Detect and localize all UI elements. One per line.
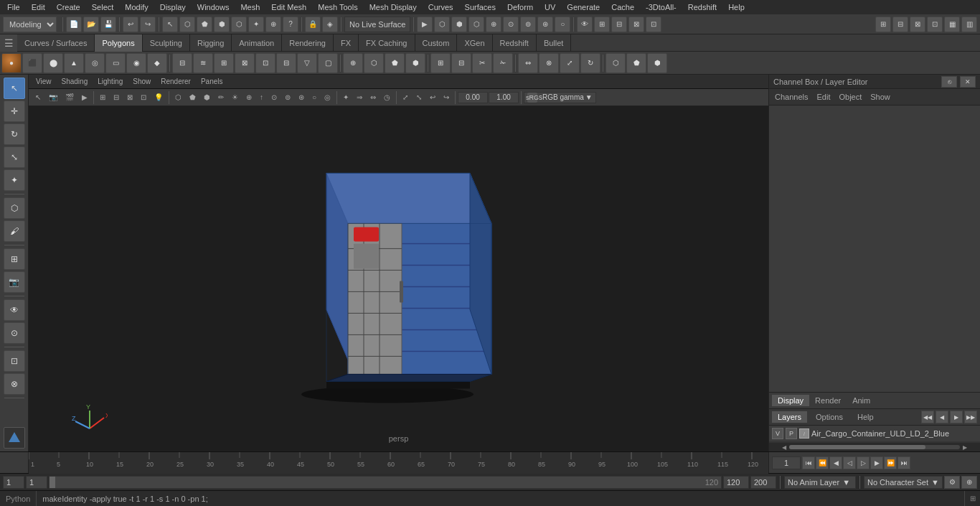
vt-wireframe-btn[interactable]: ⊟: [110, 92, 123, 103]
shelf-collapse[interactable]: ⊗: [539, 53, 559, 73]
shelf-combine[interactable]: ⊞: [214, 53, 234, 73]
menu-generate[interactable]: Generate: [562, 1, 604, 13]
view-menu[interactable]: View: [32, 76, 56, 87]
paint-weights[interactable]: 🖌: [4, 220, 25, 242]
char-set-more-btn[interactable]: ⊕: [961, 476, 977, 489]
scale-tool[interactable]: ⤡: [4, 146, 25, 168]
menu-curves[interactable]: Curves: [424, 1, 458, 13]
shelf-smooth[interactable]: ≋: [193, 53, 213, 73]
tab-animation[interactable]: Animation: [232, 34, 282, 52]
snap-toggle[interactable]: ⊞: [4, 248, 25, 270]
render7-button[interactable]: ⊚: [520, 17, 536, 32]
menu-mesh[interactable]: Mesh: [236, 1, 264, 13]
vt-loop[interactable]: ◎: [321, 92, 334, 103]
layout-btn6[interactable]: ▥: [961, 17, 977, 32]
shelf-slide[interactable]: ⇔: [518, 53, 538, 73]
render4-button[interactable]: ⬡: [468, 17, 484, 32]
vt-anno[interactable]: ◷: [380, 92, 394, 103]
shelf-multicut[interactable]: ✁: [493, 53, 513, 73]
menu-redshift[interactable]: Redshift: [684, 1, 721, 13]
vt-step[interactable]: ⇒: [353, 92, 366, 103]
render1-button[interactable]: ▶: [417, 17, 433, 32]
translate-x-input[interactable]: [458, 92, 488, 103]
layer-item-row[interactable]: V P / Air_Cargo_Container_ULD_LD_2_Blue: [769, 426, 980, 441]
vt-sym[interactable]: ⊛: [295, 92, 308, 103]
tab-rigging[interactable]: Rigging: [190, 34, 232, 52]
render-cam-button[interactable]: 👁: [577, 17, 593, 32]
step-forward-btn[interactable]: ⏩: [884, 456, 897, 469]
shelf-cone[interactable]: ▲: [64, 53, 84, 73]
menu-3dtoll[interactable]: -3DtoAll-: [641, 1, 681, 13]
vt-film-btn[interactable]: 🎬: [62, 92, 77, 103]
playback-end-field[interactable]: 200: [750, 476, 776, 489]
menu-modify[interactable]: Modify: [121, 1, 152, 13]
vt-xray[interactable]: ☀: [228, 92, 242, 103]
vt-render-btn[interactable]: ▶: [78, 92, 91, 103]
vt-sel-mode[interactable]: ○: [308, 92, 320, 103]
move-tool[interactable]: ✛: [4, 100, 25, 122]
edit-tab[interactable]: Edit: [814, 91, 833, 103]
shelf-cylinder[interactable]: ⬤: [43, 53, 63, 73]
vt-motion[interactable]: ↩: [426, 92, 439, 103]
isolate-select[interactable]: ⊙: [4, 322, 25, 344]
scroll-track[interactable]: [789, 445, 960, 449]
frame-current-field[interactable]: 1: [26, 476, 47, 489]
shelf-edge-loop[interactable]: ⊞: [430, 53, 451, 73]
renderer-menu[interactable]: Renderer: [156, 76, 195, 87]
menu-help[interactable]: Help: [724, 1, 749, 13]
python-command[interactable]: makeIdentity -apply true -t 1 -r 1 -s 1 …: [37, 495, 964, 503]
vt-light-btn[interactable]: 💡: [151, 92, 166, 103]
tab-redshift[interactable]: Redshift: [493, 34, 537, 52]
tab-menu-button[interactable]: ☰: [0, 34, 17, 52]
tool6-button[interactable]: ⊕: [265, 17, 281, 32]
shelf-flip[interactable]: ⤢: [560, 53, 580, 73]
object-tab[interactable]: Object: [836, 91, 864, 103]
layer-next-btn[interactable]: ▶: [950, 411, 963, 423]
current-frame-input[interactable]: [772, 456, 801, 469]
layer-visibility-btn[interactable]: V: [772, 428, 783, 439]
mode-dropdown[interactable]: Modeling: [3, 17, 57, 32]
soft-select[interactable]: ⬡: [4, 197, 25, 219]
layer-playback-btn[interactable]: P: [786, 428, 797, 439]
menu-mesh-display[interactable]: Mesh Display: [365, 1, 421, 13]
render9-button[interactable]: ○: [555, 17, 570, 32]
render3-button[interactable]: ⬢: [451, 17, 467, 32]
panel-float-btn[interactable]: ⎋: [941, 76, 957, 88]
menu-mesh-tools[interactable]: Mesh Tools: [314, 1, 362, 13]
scroll-left-btn[interactable]: [779, 444, 789, 451]
tab-fx[interactable]: FX: [334, 34, 359, 52]
menu-windows[interactable]: Windows: [193, 1, 234, 13]
save-file-button[interactable]: 💾: [100, 17, 116, 32]
next-keyframe-btn[interactable]: ▶: [870, 456, 883, 469]
tab-curves-surfaces[interactable]: Curves / Surfaces: [17, 34, 95, 52]
show-menu[interactable]: Show: [128, 76, 155, 87]
go-to-end-btn[interactable]: ⏭: [897, 456, 910, 469]
char-set-options-btn[interactable]: ⚙: [944, 476, 960, 489]
layout-btn2[interactable]: ⊟: [892, 17, 908, 32]
layer-scrollbar[interactable]: [769, 443, 980, 451]
shelf-edge-ring[interactable]: ⊟: [451, 53, 471, 73]
vt-hud[interactable]: ⬢: [200, 92, 214, 103]
history-toggle[interactable]: ⊡: [4, 350, 25, 372]
tab-bullet[interactable]: Bullet: [537, 34, 572, 52]
shelf-bridge[interactable]: ⬡: [364, 53, 384, 73]
go-to-start-btn[interactable]: ⏮: [802, 456, 815, 469]
select-tool-button[interactable]: ↖: [162, 17, 178, 32]
shelf-cube[interactable]: ⬛: [22, 53, 42, 73]
translate-y-input[interactable]: [489, 92, 519, 103]
vt-sim[interactable]: ⇔: [367, 92, 380, 103]
render-tab[interactable]: Render: [809, 395, 847, 406]
layer-last-btn[interactable]: ▶▶: [964, 411, 977, 423]
shelf-cut[interactable]: ✂: [472, 53, 492, 73]
layer-prev-btn[interactable]: ◀: [936, 411, 948, 423]
vt-paint[interactable]: ⊚: [281, 92, 294, 103]
play-forward-btn[interactable]: ▷: [857, 456, 870, 469]
redo-button[interactable]: ↪: [140, 17, 156, 32]
anim-layer-dropdown[interactable]: No Anim Layer ▼: [784, 476, 856, 489]
timeline-ruler[interactable]: 1 5 10 15 20 25 30 35 40 45 50: [29, 452, 768, 474]
frame-end-field[interactable]: 120: [723, 476, 749, 489]
shelf-platonic[interactable]: ◆: [147, 53, 167, 73]
anim-tab[interactable]: Anim: [847, 395, 876, 406]
shelf-sphere[interactable]: ●: [1, 53, 22, 73]
freeze-transform[interactable]: ⊗: [4, 373, 25, 395]
